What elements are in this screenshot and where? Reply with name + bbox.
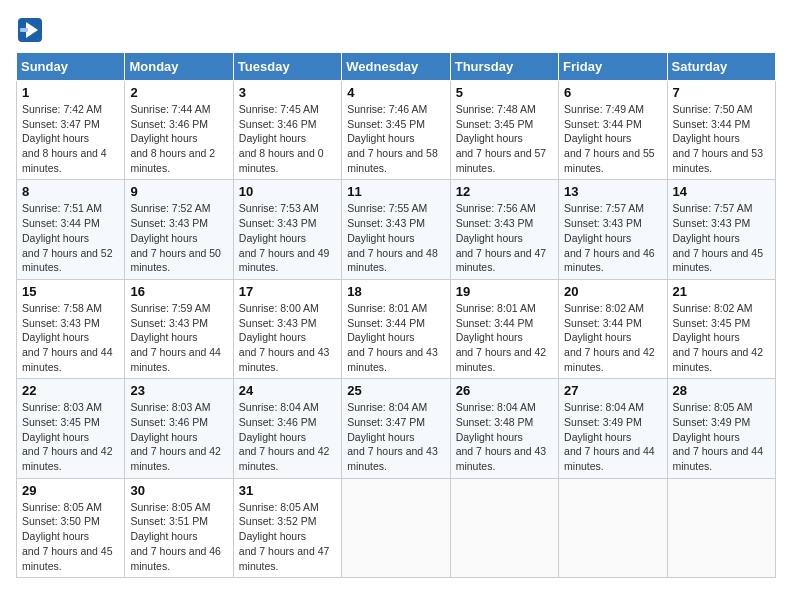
calendar-day-cell xyxy=(559,478,667,577)
day-detail: Sunrise: 7:59 AM Sunset: 3:43 PM Dayligh… xyxy=(130,301,227,374)
day-detail: Sunrise: 8:02 AM Sunset: 3:45 PM Dayligh… xyxy=(673,301,770,374)
calendar-day-cell: 22 Sunrise: 8:03 AM Sunset: 3:45 PM Dayl… xyxy=(17,379,125,478)
calendar-day-cell: 13 Sunrise: 7:57 AM Sunset: 3:43 PM Dayl… xyxy=(559,180,667,279)
day-number: 31 xyxy=(239,483,336,498)
day-number: 24 xyxy=(239,383,336,398)
calendar-day-cell: 16 Sunrise: 7:59 AM Sunset: 3:43 PM Dayl… xyxy=(125,279,233,378)
calendar-day-cell: 23 Sunrise: 8:03 AM Sunset: 3:46 PM Dayl… xyxy=(125,379,233,478)
day-number: 22 xyxy=(22,383,119,398)
day-detail: Sunrise: 7:42 AM Sunset: 3:47 PM Dayligh… xyxy=(22,102,119,175)
day-detail: Sunrise: 8:00 AM Sunset: 3:43 PM Dayligh… xyxy=(239,301,336,374)
day-number: 1 xyxy=(22,85,119,100)
day-number: 6 xyxy=(564,85,661,100)
weekday-header: Saturday xyxy=(667,53,775,81)
day-detail: Sunrise: 8:01 AM Sunset: 3:44 PM Dayligh… xyxy=(456,301,553,374)
day-number: 18 xyxy=(347,284,444,299)
day-number: 2 xyxy=(130,85,227,100)
calendar-week-row: 22 Sunrise: 8:03 AM Sunset: 3:45 PM Dayl… xyxy=(17,379,776,478)
day-detail: Sunrise: 7:57 AM Sunset: 3:43 PM Dayligh… xyxy=(564,201,661,274)
day-number: 29 xyxy=(22,483,119,498)
day-detail: Sunrise: 8:04 AM Sunset: 3:49 PM Dayligh… xyxy=(564,400,661,473)
calendar-day-cell: 7 Sunrise: 7:50 AM Sunset: 3:44 PM Dayli… xyxy=(667,81,775,180)
day-detail: Sunrise: 8:05 AM Sunset: 3:52 PM Dayligh… xyxy=(239,500,336,573)
calendar-day-cell: 6 Sunrise: 7:49 AM Sunset: 3:44 PM Dayli… xyxy=(559,81,667,180)
calendar-day-cell: 25 Sunrise: 8:04 AM Sunset: 3:47 PM Dayl… xyxy=(342,379,450,478)
day-number: 30 xyxy=(130,483,227,498)
calendar-week-row: 1 Sunrise: 7:42 AM Sunset: 3:47 PM Dayli… xyxy=(17,81,776,180)
day-number: 4 xyxy=(347,85,444,100)
calendar-day-cell: 3 Sunrise: 7:45 AM Sunset: 3:46 PM Dayli… xyxy=(233,81,341,180)
day-number: 9 xyxy=(130,184,227,199)
calendar-day-cell: 14 Sunrise: 7:57 AM Sunset: 3:43 PM Dayl… xyxy=(667,180,775,279)
day-detail: Sunrise: 7:52 AM Sunset: 3:43 PM Dayligh… xyxy=(130,201,227,274)
weekday-header: Sunday xyxy=(17,53,125,81)
calendar-day-cell: 21 Sunrise: 8:02 AM Sunset: 3:45 PM Dayl… xyxy=(667,279,775,378)
day-detail: Sunrise: 7:45 AM Sunset: 3:46 PM Dayligh… xyxy=(239,102,336,175)
calendar-day-cell: 20 Sunrise: 8:02 AM Sunset: 3:44 PM Dayl… xyxy=(559,279,667,378)
calendar-week-row: 8 Sunrise: 7:51 AM Sunset: 3:44 PM Dayli… xyxy=(17,180,776,279)
day-detail: Sunrise: 7:50 AM Sunset: 3:44 PM Dayligh… xyxy=(673,102,770,175)
calendar-day-cell: 4 Sunrise: 7:46 AM Sunset: 3:45 PM Dayli… xyxy=(342,81,450,180)
weekday-header: Friday xyxy=(559,53,667,81)
calendar-day-cell xyxy=(450,478,558,577)
logo-icon xyxy=(16,16,44,44)
day-detail: Sunrise: 7:55 AM Sunset: 3:43 PM Dayligh… xyxy=(347,201,444,274)
calendar-week-row: 29 Sunrise: 8:05 AM Sunset: 3:50 PM Dayl… xyxy=(17,478,776,577)
logo xyxy=(16,16,48,44)
calendar-week-row: 15 Sunrise: 7:58 AM Sunset: 3:43 PM Dayl… xyxy=(17,279,776,378)
calendar-day-cell: 30 Sunrise: 8:05 AM Sunset: 3:51 PM Dayl… xyxy=(125,478,233,577)
calendar-day-cell: 12 Sunrise: 7:56 AM Sunset: 3:43 PM Dayl… xyxy=(450,180,558,279)
day-detail: Sunrise: 7:49 AM Sunset: 3:44 PM Dayligh… xyxy=(564,102,661,175)
calendar-day-cell: 15 Sunrise: 7:58 AM Sunset: 3:43 PM Dayl… xyxy=(17,279,125,378)
svg-rect-2 xyxy=(20,28,28,32)
day-number: 12 xyxy=(456,184,553,199)
day-number: 5 xyxy=(456,85,553,100)
day-detail: Sunrise: 7:53 AM Sunset: 3:43 PM Dayligh… xyxy=(239,201,336,274)
day-detail: Sunrise: 8:05 AM Sunset: 3:49 PM Dayligh… xyxy=(673,400,770,473)
calendar-day-cell: 11 Sunrise: 7:55 AM Sunset: 3:43 PM Dayl… xyxy=(342,180,450,279)
calendar-header-row: SundayMondayTuesdayWednesdayThursdayFrid… xyxy=(17,53,776,81)
day-number: 20 xyxy=(564,284,661,299)
day-detail: Sunrise: 7:51 AM Sunset: 3:44 PM Dayligh… xyxy=(22,201,119,274)
day-detail: Sunrise: 8:05 AM Sunset: 3:50 PM Dayligh… xyxy=(22,500,119,573)
day-number: 17 xyxy=(239,284,336,299)
day-number: 11 xyxy=(347,184,444,199)
weekday-header: Thursday xyxy=(450,53,558,81)
calendar-day-cell: 9 Sunrise: 7:52 AM Sunset: 3:43 PM Dayli… xyxy=(125,180,233,279)
day-number: 13 xyxy=(564,184,661,199)
day-number: 10 xyxy=(239,184,336,199)
page-header xyxy=(16,16,776,44)
calendar-day-cell xyxy=(342,478,450,577)
day-number: 3 xyxy=(239,85,336,100)
day-number: 16 xyxy=(130,284,227,299)
calendar-day-cell: 26 Sunrise: 8:04 AM Sunset: 3:48 PM Dayl… xyxy=(450,379,558,478)
day-number: 23 xyxy=(130,383,227,398)
calendar-day-cell: 31 Sunrise: 8:05 AM Sunset: 3:52 PM Dayl… xyxy=(233,478,341,577)
day-detail: Sunrise: 7:48 AM Sunset: 3:45 PM Dayligh… xyxy=(456,102,553,175)
day-detail: Sunrise: 7:58 AM Sunset: 3:43 PM Dayligh… xyxy=(22,301,119,374)
day-detail: Sunrise: 8:03 AM Sunset: 3:45 PM Dayligh… xyxy=(22,400,119,473)
day-number: 25 xyxy=(347,383,444,398)
day-detail: Sunrise: 7:57 AM Sunset: 3:43 PM Dayligh… xyxy=(673,201,770,274)
day-number: 7 xyxy=(673,85,770,100)
day-number: 19 xyxy=(456,284,553,299)
day-detail: Sunrise: 8:05 AM Sunset: 3:51 PM Dayligh… xyxy=(130,500,227,573)
weekday-header: Tuesday xyxy=(233,53,341,81)
day-detail: Sunrise: 8:04 AM Sunset: 3:46 PM Dayligh… xyxy=(239,400,336,473)
calendar-day-cell: 28 Sunrise: 8:05 AM Sunset: 3:49 PM Dayl… xyxy=(667,379,775,478)
day-detail: Sunrise: 7:44 AM Sunset: 3:46 PM Dayligh… xyxy=(130,102,227,175)
day-detail: Sunrise: 8:03 AM Sunset: 3:46 PM Dayligh… xyxy=(130,400,227,473)
weekday-header: Monday xyxy=(125,53,233,81)
calendar-day-cell: 1 Sunrise: 7:42 AM Sunset: 3:47 PM Dayli… xyxy=(17,81,125,180)
calendar-day-cell: 8 Sunrise: 7:51 AM Sunset: 3:44 PM Dayli… xyxy=(17,180,125,279)
weekday-header: Wednesday xyxy=(342,53,450,81)
day-detail: Sunrise: 7:46 AM Sunset: 3:45 PM Dayligh… xyxy=(347,102,444,175)
day-detail: Sunrise: 7:56 AM Sunset: 3:43 PM Dayligh… xyxy=(456,201,553,274)
day-detail: Sunrise: 8:02 AM Sunset: 3:44 PM Dayligh… xyxy=(564,301,661,374)
calendar-day-cell xyxy=(667,478,775,577)
calendar-day-cell: 19 Sunrise: 8:01 AM Sunset: 3:44 PM Dayl… xyxy=(450,279,558,378)
day-number: 8 xyxy=(22,184,119,199)
day-number: 27 xyxy=(564,383,661,398)
day-number: 21 xyxy=(673,284,770,299)
calendar-day-cell: 27 Sunrise: 8:04 AM Sunset: 3:49 PM Dayl… xyxy=(559,379,667,478)
